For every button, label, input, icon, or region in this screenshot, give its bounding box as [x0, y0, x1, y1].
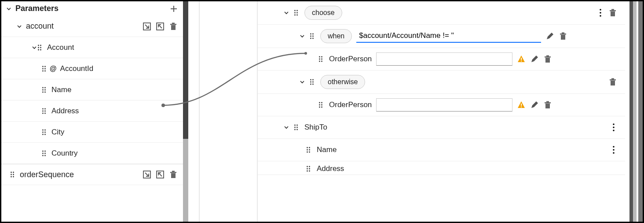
left-divider[interactable]	[183, 1, 195, 222]
account-node[interactable]: Account	[1, 37, 183, 58]
more-icon[interactable]	[597, 8, 604, 17]
ordersequence-label: orderSequence	[20, 170, 143, 179]
drag-handle-icon[interactable]	[318, 102, 325, 108]
field-city[interactable]: City	[1, 122, 183, 143]
shipto-node[interactable]: ShipTo	[258, 116, 625, 138]
drag-handle-icon[interactable]	[42, 66, 48, 72]
drag-handle-icon[interactable]	[310, 79, 316, 85]
field-label: Country	[51, 149, 178, 158]
orderperson-label: OrderPerson	[329, 100, 372, 109]
delete-icon[interactable]	[543, 100, 552, 109]
drag-handle-icon[interactable]	[294, 10, 300, 16]
map-out-icon[interactable]	[156, 170, 165, 179]
field-name[interactable]: Name	[1, 79, 183, 100]
account-node-label: Account	[47, 43, 178, 52]
edit-icon[interactable]	[530, 100, 539, 109]
drag-handle-icon[interactable]	[42, 129, 48, 135]
chevron-down-icon[interactable]	[31, 45, 37, 51]
orderperson-value-input[interactable]	[376, 52, 512, 66]
otherwise-node[interactable]: otherwise	[258, 71, 625, 93]
drag-handle-icon[interactable]	[42, 150, 48, 156]
mapping-panel: choose when OrderPerson	[258, 1, 625, 222]
orderperson-node-2[interactable]: OrderPerson	[258, 94, 625, 116]
orderperson-label: OrderPerson	[329, 55, 372, 63]
parameters-header: Parameters	[1, 1, 183, 16]
edit-icon[interactable]	[545, 32, 554, 41]
when-pill: when	[320, 29, 352, 43]
field-label: Name	[51, 85, 178, 94]
param-ordersequence[interactable]: orderSequence	[1, 164, 183, 185]
delete-icon[interactable]	[169, 22, 178, 31]
warning-icon	[517, 100, 526, 109]
otherwise-pill: otherwise	[320, 75, 365, 89]
drag-handle-icon[interactable]	[306, 147, 312, 153]
shipto-address-label: Address	[317, 164, 344, 173]
collapse-icon[interactable]	[6, 6, 12, 12]
delete-icon[interactable]	[608, 78, 617, 86]
drag-handle-icon[interactable]	[37, 45, 44, 51]
shipto-address-node[interactable]: Address	[258, 161, 625, 175]
shipto-name-node[interactable]: Name	[258, 139, 625, 161]
delete-icon[interactable]	[169, 170, 178, 179]
chevron-down-icon[interactable]	[283, 124, 289, 130]
drag-handle-icon[interactable]	[294, 124, 300, 130]
warning-icon	[517, 55, 526, 63]
field-label: City	[51, 128, 178, 137]
drag-handle-icon[interactable]	[318, 56, 325, 62]
shipto-name-label: Name	[317, 145, 337, 154]
parameters-panel: Parameters account Account @ AccountId N…	[1, 1, 183, 222]
chevron-down-icon[interactable]	[16, 23, 22, 30]
drag-handle-icon[interactable]	[310, 33, 316, 39]
parameters-title: Parameters	[15, 4, 170, 13]
param-account-label: account	[26, 22, 143, 31]
orderperson-value-input[interactable]	[376, 98, 512, 112]
orderperson-node-1[interactable]: OrderPerson	[258, 48, 625, 70]
chevron-down-icon[interactable]	[299, 79, 305, 85]
drag-handle-icon[interactable]	[306, 166, 312, 172]
choose-pill: choose	[304, 6, 342, 20]
choose-node[interactable]: choose	[258, 1, 625, 24]
right-scrollbar[interactable]	[625, 1, 643, 222]
field-accountid[interactable]: @ AccountId	[1, 58, 183, 79]
field-label: Address	[51, 107, 178, 115]
map-in-icon[interactable]	[143, 22, 151, 31]
chevron-down-icon[interactable]	[299, 33, 305, 39]
more-icon[interactable]	[610, 123, 617, 132]
delete-icon[interactable]	[608, 8, 617, 17]
map-in-icon[interactable]	[143, 170, 151, 179]
drag-handle-icon[interactable]	[10, 171, 16, 178]
delete-icon[interactable]	[543, 55, 552, 63]
attribute-icon: @	[50, 65, 57, 73]
add-parameter-button[interactable]	[170, 5, 178, 13]
field-label: AccountId	[60, 64, 178, 73]
when-node[interactable]: when	[258, 25, 625, 48]
delete-icon[interactable]	[559, 32, 567, 41]
map-out-icon[interactable]	[156, 22, 165, 31]
field-country[interactable]: Country	[1, 143, 183, 164]
param-account[interactable]: account	[1, 16, 183, 37]
shipto-label: ShipTo	[304, 123, 327, 132]
drag-handle-icon[interactable]	[42, 108, 48, 114]
edit-icon[interactable]	[530, 55, 539, 63]
chevron-down-icon[interactable]	[283, 10, 289, 16]
more-icon[interactable]	[610, 145, 617, 154]
field-address[interactable]: Address	[1, 100, 183, 122]
when-expression-input[interactable]	[356, 30, 541, 43]
drag-handle-icon[interactable]	[42, 87, 48, 93]
